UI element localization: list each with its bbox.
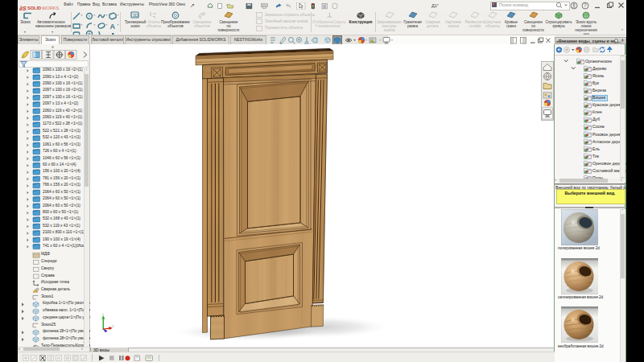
svg-text:3D: 3D: [133, 13, 138, 18]
svg-text:y: y: [102, 311, 105, 315]
svg-text:x: x: [113, 324, 115, 328]
svg-text:A: A: [110, 23, 116, 30]
